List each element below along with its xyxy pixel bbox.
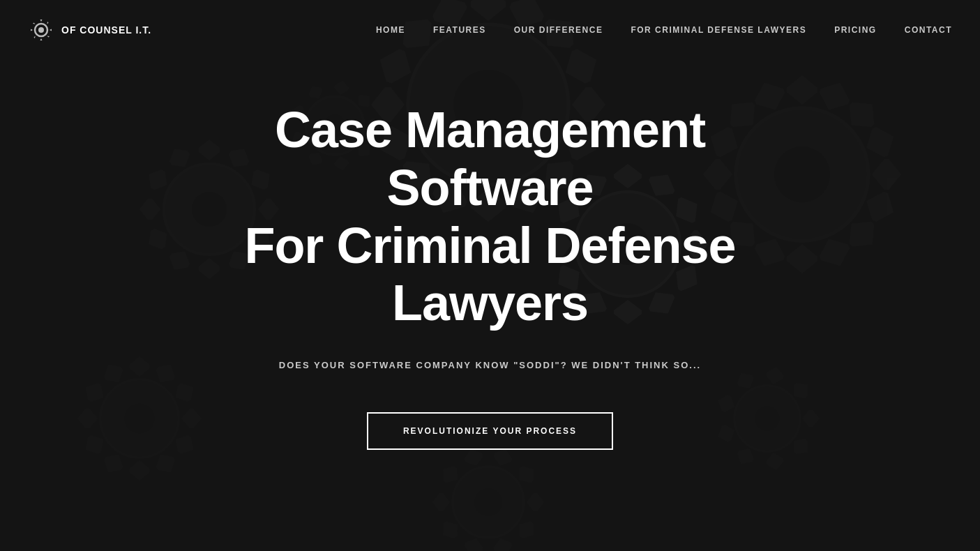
nav-home[interactable]: HOME bbox=[376, 25, 405, 35]
hero-subtitle: DOES YOUR SOFTWARE COMPANY KNOW "SODDI"?… bbox=[204, 360, 776, 370]
nav-features[interactable]: FEATURES bbox=[433, 25, 486, 35]
hero-content: Case Management Software For Criminal De… bbox=[176, 101, 804, 450]
logo-text: OF COUNSEL I.T. bbox=[61, 24, 151, 36]
nav-links: HOME FEATURES OUR DIFFERENCE FOR CRIMINA… bbox=[376, 25, 952, 35]
nav-pricing[interactable]: PRICING bbox=[834, 25, 877, 35]
hero-cta-button[interactable]: REVOLUTIONIZE YOUR PROCESS bbox=[367, 412, 613, 450]
hero-section: OF COUNSEL I.T. HOME FEATURES OUR DIFFER… bbox=[0, 0, 980, 551]
hero-title-line1: Case Management Software bbox=[275, 102, 705, 216]
brand-logo[interactable]: OF COUNSEL I.T. bbox=[28, 17, 151, 43]
hero-title-line2: For Criminal Defense Lawyers bbox=[244, 218, 735, 331]
nav-criminal-defense[interactable]: FOR CRIMINAL DEFENSE LAWYERS bbox=[631, 25, 806, 35]
logo-gear-icon bbox=[28, 17, 54, 43]
navbar: OF COUNSEL I.T. HOME FEATURES OUR DIFFER… bbox=[0, 0, 980, 60]
nav-our-difference[interactable]: OUR DIFFERENCE bbox=[514, 25, 603, 35]
svg-point-18 bbox=[38, 27, 44, 33]
hero-title: Case Management Software For Criminal De… bbox=[204, 101, 776, 332]
nav-contact[interactable]: CONTACT bbox=[905, 25, 952, 35]
